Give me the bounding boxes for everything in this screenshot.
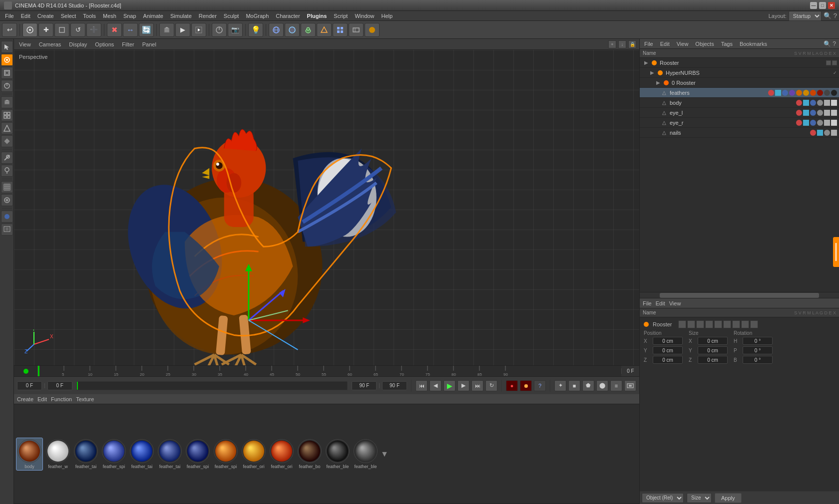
- attr-pos-x-input[interactable]: [653, 337, 683, 345]
- maximize-button[interactable]: □: [819, 2, 826, 9]
- vp-menu-cameras[interactable]: Cameras: [37, 40, 63, 48]
- lt-scene[interactable]: [1, 224, 13, 236]
- material-feather-tai2[interactable]: feather_tai: [129, 438, 155, 470]
- menu-simulate[interactable]: Simulate: [167, 12, 195, 20]
- vp-menu-view[interactable]: View: [17, 40, 33, 48]
- menu-select[interactable]: Select: [58, 12, 79, 20]
- attr-rot-p-input[interactable]: [743, 346, 773, 354]
- attr-menu-file[interactable]: File: [643, 300, 652, 306]
- vp-menu-display[interactable]: Display: [67, 40, 89, 48]
- nurbs-btn[interactable]: [317, 23, 332, 37]
- attr-icon-4[interactable]: [705, 320, 713, 328]
- obj-rooster[interactable]: ▶ Rooster: [640, 58, 839, 68]
- record-button[interactable]: ⏺: [520, 380, 532, 391]
- render-btn[interactable]: ▶: [175, 23, 190, 37]
- obj-menu-file[interactable]: File: [643, 40, 655, 47]
- menu-script[interactable]: Script: [331, 12, 351, 20]
- light-btn[interactable]: 💡: [248, 23, 263, 37]
- lt-object[interactable]: [1, 96, 13, 108]
- move-tool[interactable]: ✖: [107, 23, 122, 37]
- attr-icon-2[interactable]: [687, 320, 695, 328]
- render2-btn[interactable]: [191, 23, 206, 37]
- material-scroll-down[interactable]: ▼: [381, 450, 389, 459]
- menu-animate[interactable]: Animate: [140, 12, 166, 20]
- lt-paint[interactable]: [1, 165, 13, 177]
- minimize-button[interactable]: —: [810, 2, 817, 9]
- attr-icon-5[interactable]: [714, 320, 722, 328]
- anim-btn[interactable]: [212, 23, 227, 37]
- menu-file[interactable]: File: [2, 12, 17, 20]
- lt-poly[interactable]: [1, 135, 13, 147]
- help-icon[interactable]: ?: [834, 12, 837, 19]
- start-frame-input[interactable]: [47, 381, 72, 390]
- anim2-btn[interactable]: [349, 23, 364, 37]
- timeline-track[interactable]: 5 10 15 20 25 30 35 40 45: [38, 366, 621, 376]
- grid-btn[interactable]: [333, 23, 348, 37]
- vp-maximize[interactable]: +: [608, 40, 616, 48]
- material-feather-ori1[interactable]: feather_ori: [241, 438, 267, 470]
- lt-points[interactable]: [1, 109, 13, 121]
- obj-menu-bookmarks[interactable]: Bookmarks: [738, 40, 769, 47]
- right-scroll-tab[interactable]: [833, 237, 839, 267]
- geo-btn[interactable]: [269, 23, 284, 37]
- obj-menu-objects[interactable]: Objects: [694, 40, 715, 47]
- coord-mode-select[interactable]: Size: [687, 493, 712, 503]
- attr-pos-y-input[interactable]: [653, 346, 683, 354]
- lt-move[interactable]: [1, 54, 13, 66]
- menu-help[interactable]: Help: [379, 12, 396, 20]
- menu-sculpt[interactable]: Sculpt: [221, 12, 242, 20]
- camera-btn[interactable]: 📷: [228, 23, 243, 37]
- rotate-tool[interactable]: 🔄: [139, 23, 154, 37]
- material-feather-tai1[interactable]: feather_tai: [73, 438, 99, 470]
- obj-nails[interactable]: △ nails: [640, 128, 839, 138]
- material-feather-w[interactable]: feather_w: [45, 438, 71, 470]
- viewport[interactable]: Perspective: [14, 50, 639, 365]
- current-frame-input[interactable]: [17, 381, 42, 390]
- obj-menu-edit[interactable]: Edit: [659, 40, 671, 47]
- lt-edges[interactable]: [1, 122, 13, 134]
- attr-icon-7[interactable]: [732, 320, 740, 328]
- menu-render[interactable]: Render: [196, 12, 220, 20]
- goto-start-button[interactable]: ⏮: [416, 380, 427, 391]
- lt-pointer[interactable]: [1, 41, 13, 53]
- mat-menu-edit[interactable]: Edit: [37, 396, 47, 402]
- menu-tools[interactable]: Tools: [80, 12, 99, 20]
- select-button[interactable]: [22, 23, 37, 37]
- vp-settings[interactable]: ↓: [618, 40, 626, 48]
- lt-scale[interactable]: [1, 67, 13, 79]
- lt-texture[interactable]: [1, 181, 13, 193]
- attr-menu-view[interactable]: View: [669, 300, 681, 306]
- motion-btn2[interactable]: ■: [568, 380, 580, 391]
- play-button[interactable]: ▶: [443, 380, 455, 391]
- motion-btn6[interactable]: [624, 380, 636, 391]
- vp-menu-options[interactable]: Options: [93, 40, 116, 48]
- motion-btn5[interactable]: ≡: [610, 380, 622, 391]
- material-body[interactable]: body: [16, 438, 43, 471]
- obj-sort-icon[interactable]: ?: [833, 40, 836, 47]
- attr-icon-1[interactable]: [678, 320, 686, 328]
- attr-icon-8[interactable]: [741, 320, 749, 328]
- render3-btn[interactable]: [365, 23, 380, 37]
- playback-scrubber[interactable]: [76, 381, 348, 390]
- material-feather-ble1[interactable]: feather_ble: [325, 438, 351, 470]
- motion-btn4[interactable]: ⬤: [596, 380, 608, 391]
- timeline-ruler[interactable]: 5 10 15 20 25 30 35 40 45: [14, 365, 639, 376]
- undo-button[interactable]: ↩: [2, 23, 17, 37]
- obj-menu-tags[interactable]: Tags: [720, 40, 734, 47]
- attr-icon-6[interactable]: [723, 320, 731, 328]
- material-feather-spi3[interactable]: feather_spi: [213, 438, 239, 470]
- deform-btn[interactable]: [301, 23, 316, 37]
- close-button[interactable]: ✕: [828, 2, 835, 9]
- end-frame-input[interactable]: [352, 381, 377, 390]
- attr-rot-b-input[interactable]: [743, 356, 773, 364]
- apply-button[interactable]: Apply: [715, 493, 742, 503]
- menu-plugins[interactable]: Plugins: [304, 12, 330, 20]
- obj-feathers[interactable]: △ feathers: [640, 88, 839, 98]
- spline-btn[interactable]: [285, 23, 300, 37]
- lt-render[interactable]: [1, 211, 13, 223]
- goto-end-button[interactable]: ⏭: [471, 380, 483, 391]
- attr-size-x-input[interactable]: [698, 337, 728, 345]
- attr-size-z-input[interactable]: [698, 356, 728, 364]
- mat-menu-function[interactable]: Function: [51, 396, 72, 402]
- vp-lock[interactable]: 🔒: [628, 40, 636, 48]
